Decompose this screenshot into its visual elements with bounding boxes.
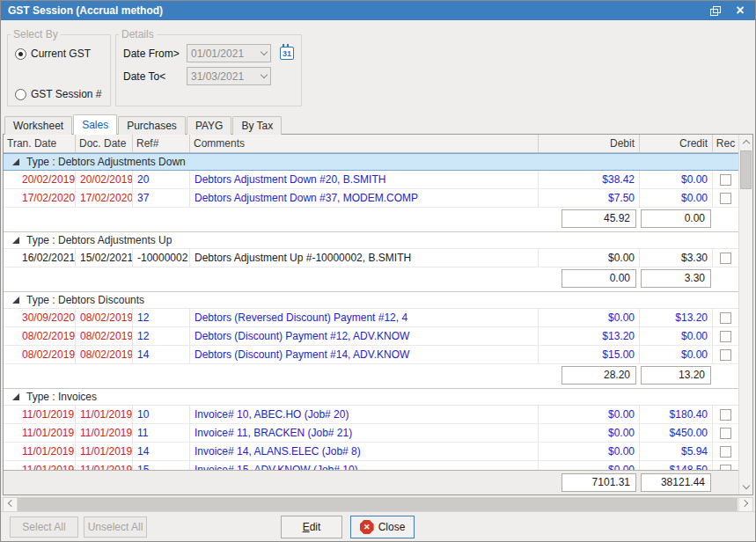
close-button[interactable]: ✕ Close [350, 516, 415, 538]
radio-unselected-icon [15, 89, 26, 100]
cell-rec [713, 443, 738, 460]
tab-purchases[interactable]: Purchases [118, 116, 186, 135]
date-to-value: 31/03/2021 [191, 70, 261, 83]
date-from-value: 01/01/2021 [191, 48, 261, 60]
horizontal-scrollbar[interactable] [3, 497, 753, 512]
rec-checkbox[interactable] [720, 409, 731, 421]
scroll-right-button[interactable] [738, 498, 752, 511]
column-header-comments[interactable]: Comments [190, 135, 539, 152]
cell-comments: Invoice# 11, BRACKEN (Job# 21) [190, 424, 539, 442]
tab-sales[interactable]: Sales [73, 114, 117, 135]
cell-credit: $148.50 [640, 461, 713, 470]
calendar-button[interactable]: 31 [278, 44, 296, 62]
collapse-triangle-icon [12, 158, 19, 165]
group-summary-spacer [4, 269, 539, 291]
select-by-group: Select By Current GST GST Session # [7, 34, 111, 106]
title-bar: GST Session (Accrual method) × [1, 1, 755, 20]
grand-total-spacer [4, 473, 539, 494]
rec-checkbox[interactable] [720, 446, 731, 458]
scroll-up-button[interactable] [739, 135, 752, 150]
column-header-rec[interactable]: Rec [713, 135, 738, 152]
vertical-scrollbar[interactable] [738, 135, 752, 494]
select-all-button[interactable]: Select All [10, 516, 78, 538]
group-row[interactable]: Type : Debtors Discounts [4, 291, 738, 309]
cell-tran-date: 08/02/2019 [4, 327, 76, 345]
cell-credit: $3.30 [640, 249, 713, 267]
column-header-ref[interactable]: Ref# [133, 135, 190, 152]
date-from-label: Date From> [123, 48, 187, 60]
group-row-label: Type : Invoices [26, 391, 97, 403]
scroll-left-button[interactable] [4, 498, 18, 511]
rec-checkbox[interactable] [720, 174, 731, 186]
rec-checkbox[interactable] [720, 331, 731, 342]
rec-checkbox[interactable] [720, 349, 731, 361]
cell-ref: 10 [133, 406, 190, 423]
restore-button[interactable] [704, 1, 727, 20]
group-summary-credit: 0.00 [641, 209, 711, 228]
tab-by-tax[interactable]: By Tax [232, 116, 282, 135]
column-header-tran-date[interactable]: Tran. Date [4, 135, 76, 152]
unselect-all-button[interactable]: Unselect All [84, 516, 147, 538]
cell-debit: $0.00 [539, 249, 640, 267]
transaction-row[interactable]: 17/02/202017/02/202037Debtors Adjustment… [4, 189, 738, 208]
cell-comments: Debtors Adjustment Down #20, B.SMITH [190, 171, 539, 188]
group-summary-debit: 0.00 [561, 269, 636, 288]
transaction-row[interactable]: 11/01/201911/01/201914Invoice# 14, ALANS… [4, 443, 738, 461]
radio-gst-session[interactable]: GST Session # [15, 88, 101, 100]
details-group: Details Date From> 01/01/2021 31 Date To… [115, 34, 302, 106]
chevron-up-icon [742, 140, 749, 147]
date-from-field[interactable]: 01/01/2021 [187, 44, 271, 62]
group-summary-debit: 28.20 [561, 366, 636, 385]
cell-tran-date: 11/01/2019 [4, 443, 76, 460]
window-close-button[interactable]: × [729, 1, 752, 20]
grand-total-debit-slot: 7101.31 [539, 473, 640, 494]
rec-checkbox[interactable] [720, 312, 731, 324]
cell-doc-date: 11/01/2019 [76, 424, 133, 442]
transaction-row[interactable]: 11/01/201911/01/201915Invoice# 15, ADV.K… [4, 461, 738, 470]
rec-checkbox[interactable] [720, 253, 731, 264]
tab-payg[interactable]: PAYG [187, 116, 232, 135]
cell-debit: $13.20 [539, 327, 640, 345]
radio-current-gst[interactable]: Current GST [15, 48, 91, 60]
transaction-row[interactable]: 20/02/201920/02/201920Debtors Adjustment… [4, 171, 738, 189]
vertical-scrollbar-thumb[interactable] [740, 150, 752, 189]
rec-checkbox[interactable] [720, 193, 731, 204]
cell-debit: $0.00 [539, 406, 640, 423]
cell-debit: $0.00 [539, 309, 640, 326]
cell-doc-date: 08/02/2019 [76, 327, 133, 345]
transaction-row[interactable]: 08/02/201908/02/201912Debtors (Discount)… [4, 327, 738, 346]
cell-rec [713, 189, 738, 207]
group-summary-credit: 13.20 [641, 366, 711, 385]
cell-tran-date: 17/02/2020 [4, 189, 76, 207]
grand-total-credit: 38121.44 [641, 473, 711, 492]
column-header-debit[interactable]: Debit [539, 135, 640, 152]
chevron-down-icon [261, 71, 268, 78]
cell-debit: $0.00 [539, 461, 640, 470]
edit-button[interactable]: Edit [281, 516, 342, 538]
horizontal-scrollbar-thumb[interactable] [18, 498, 738, 511]
cell-comments: Debtors (Discount) Payment #14, ADV.KNOW [190, 346, 539, 363]
cell-tran-date: 11/01/2019 [4, 461, 76, 470]
group-row[interactable]: Type : Invoices [4, 388, 738, 406]
column-header-doc-date[interactable]: Doc. Date [76, 135, 133, 152]
scroll-down-button[interactable] [739, 480, 752, 494]
transaction-row[interactable]: 11/01/201911/01/201911Invoice# 11, BRACK… [4, 424, 738, 443]
cell-rec [713, 171, 738, 188]
transaction-row[interactable]: 16/02/202115/02/2021-10000002Debtors Adj… [4, 249, 738, 267]
transaction-row[interactable]: 30/09/202008/02/201912Debtors (Reversed … [4, 309, 738, 327]
group-summary-debit-slot: 45.92 [539, 209, 640, 231]
cell-comments: Invoice# 10, ABEC.HO (Job# 20) [190, 406, 539, 423]
cell-tran-date: 11/01/2019 [4, 424, 76, 442]
group-row[interactable]: Type : Debtors Adjustments Down [4, 153, 738, 171]
group-summary-debit-slot: 0.00 [539, 269, 640, 291]
transaction-row[interactable]: 08/02/201908/02/201914Debtors (Discount)… [4, 346, 738, 364]
transaction-row[interactable]: 11/01/201911/01/201910Invoice# 10, ABEC.… [4, 406, 738, 424]
cell-debit: $38.42 [539, 171, 640, 188]
rec-checkbox[interactable] [720, 428, 731, 439]
column-header-credit[interactable]: Credit [640, 135, 713, 152]
tab-worksheet[interactable]: Worksheet [4, 116, 72, 135]
cell-comments: Debtors Adjustment Down #37, MODEM.COMP [190, 189, 539, 207]
cell-credit: $5.94 [640, 443, 713, 460]
group-row[interactable]: Type : Debtors Adjustments Up [4, 231, 738, 249]
date-to-field[interactable]: 31/03/2021 [187, 67, 271, 85]
